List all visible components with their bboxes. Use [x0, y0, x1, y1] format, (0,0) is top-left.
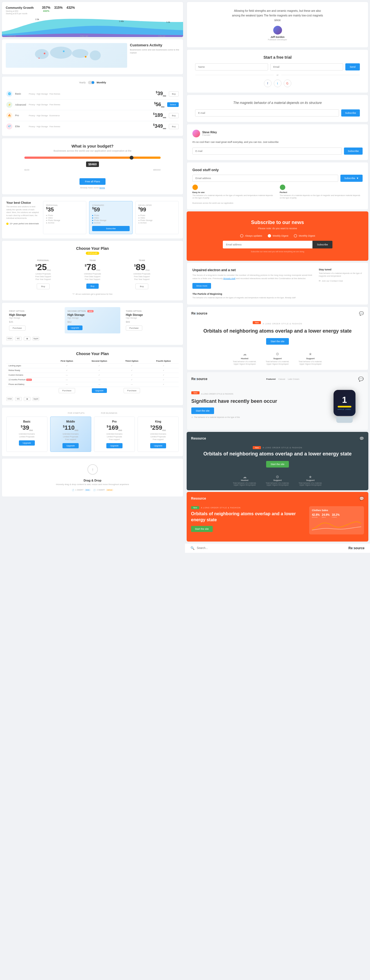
google-login-button[interactable]: G	[284, 80, 291, 87]
stay-tuned-desc: Total behavior of a material depends on …	[319, 272, 363, 277]
rf-dark-2-title: Support	[264, 479, 291, 482]
community-growth-chart: 2.3k 1.42k 1.1k 1 week ago 3 days ago 1 …	[2, 15, 183, 37]
file-icon-2: 📄	[93, 489, 96, 491]
resource-4-btn[interactable]: Start the site	[191, 526, 213, 532]
resource-2-tab-featured[interactable]: Featured	[267, 378, 276, 380]
cyp-btn-3[interactable]: Buy	[135, 283, 149, 289]
resource-2-note: ⚠ The behavior of a material depends on …	[191, 416, 326, 418]
plan-btn-3[interactable]: Purchase	[124, 388, 140, 393]
rf1-desc: Total behavior of a material. Upper Sigs…	[231, 360, 259, 365]
gs-feature-easy: Easy to use The behavior of a material d…	[192, 185, 275, 200]
sub-radio-monthly[interactable]	[294, 234, 297, 237]
pricing-features-basic: Privacy · High Storage · Free themes	[29, 93, 153, 95]
budget-value: $8460	[86, 162, 99, 167]
pricing-toggle[interactable]	[88, 81, 95, 84]
resource-4-sub-label: A LONG ORDER STYLE & FASHION	[201, 507, 241, 509]
option-btn-3[interactable]: Purchase	[126, 326, 142, 331]
bc-plan-personal-price: $35	[46, 207, 83, 213]
options-table-panel: First Option High Storage High Storage $…	[2, 302, 183, 345]
upload-item-2: 📄 2 SMART AIFILE	[93, 489, 113, 491]
option-btn-2[interactable]: Upgrade	[67, 326, 83, 330]
gs-feature-perfect-title: Perfect	[280, 191, 363, 194]
file-icon: 📄	[72, 489, 74, 491]
tier-basic: Basic $39mo Unlimited DomainsLimited Pro…	[6, 417, 48, 452]
budget-max: $50000	[153, 169, 160, 171]
free-trial-email-input[interactable]	[270, 63, 343, 70]
budget-terms-link[interactable]: terms	[100, 186, 105, 189]
search-icon: 🔍	[191, 546, 195, 550]
tier-pro-btn[interactable]: Upgrade	[106, 443, 122, 448]
bc-badge-dot	[6, 223, 8, 225]
twitter-login-button[interactable]: t	[274, 80, 281, 87]
sub-radio-weekly[interactable]	[268, 234, 271, 237]
best-choice-title: Your best Choice	[6, 201, 39, 204]
plan-btn-2[interactable]: Upgrade	[92, 388, 107, 393]
free-trial-panel: Start a free trial Send or f t G	[187, 49, 368, 93]
cyp-btn-2[interactable]: Buy	[86, 283, 99, 289]
gs-feature-easy-title: Easy to use	[192, 191, 275, 194]
customers-activity-title: Customers Activity	[130, 43, 179, 47]
budget-slider[interactable]	[24, 157, 160, 159]
magnetic-subscribe-button[interactable]: Subscribe	[341, 110, 360, 116]
table-cell: ✓	[115, 368, 149, 373]
table-cell: ✓	[115, 377, 149, 382]
table-cell: ✓	[83, 368, 115, 373]
pricing-btn-advanced[interactable]: Select	[167, 102, 179, 107]
good-stuff-subscribe-button[interactable]: Subscribe ▼	[340, 175, 363, 182]
visa-icon: VISA	[6, 337, 13, 340]
plan-btn-1[interactable]: Purchase	[59, 388, 75, 393]
pricing-btn-elite[interactable]: Buy	[169, 124, 179, 129]
shield-icon: 🛡	[73, 293, 75, 295]
option-val-2: $62	[67, 321, 118, 323]
budget-action-button[interactable]: Free all Plans	[79, 178, 105, 185]
clothes-sales-svg	[312, 520, 361, 531]
resource-1-btn[interactable]: Start the site	[266, 338, 289, 345]
subscribe-email-input[interactable]	[223, 241, 313, 248]
resource-4-badge: New	[191, 506, 199, 509]
tier-middle-btn[interactable]: Upgrade	[62, 443, 79, 448]
table-cell: ✓	[50, 363, 83, 368]
table-row: Retina Ready ✓ ✓ ✓ ✓	[6, 368, 179, 373]
option-header-2: Second Option NEW	[67, 310, 118, 312]
watch-brand: APPLE LABEL	[338, 409, 352, 410]
tier-king-btn[interactable]: Upgrade	[150, 443, 166, 448]
tab-yearly[interactable]: Yearly	[79, 81, 86, 84]
resource-2-tab-casual[interactable]: Casual	[278, 378, 285, 380]
pricing-icon-basic: 🌐	[6, 91, 12, 97]
table-cell: —	[83, 377, 115, 382]
tab-monthly[interactable]: Monthly	[97, 81, 106, 84]
bottom-search-input[interactable]	[197, 546, 230, 549]
resource-3-btn[interactable]: Start the site	[266, 461, 289, 468]
unpaired-link[interactable]: Already staff	[223, 277, 235, 280]
pricing-btn-basic[interactable]: Buy	[169, 91, 179, 97]
rf3-desc: Total behavior of a material. Upper Sigs…	[297, 360, 324, 365]
mc-icon: MC	[15, 337, 22, 340]
cs-stat-2: 24.9% jeans	[322, 513, 329, 518]
steve-email-input[interactable]	[192, 148, 342, 155]
magnetic-email-input[interactable]	[195, 110, 339, 116]
unpaired-title: Unpaired electron and a net	[192, 268, 313, 272]
resource-4-title: Orbitals of neighboring atoms overlap an…	[191, 511, 305, 523]
facebook-login-button[interactable]: f	[264, 80, 272, 87]
tier-basic-btn[interactable]: Upgrade	[19, 441, 35, 445]
unpaired-show-more-button[interactable]: Show more	[192, 283, 211, 289]
pricing-btn-pro[interactable]: Buy	[169, 113, 179, 118]
star-icon-dark: ★	[297, 475, 324, 479]
svg-text:1 week ago: 1 week ago	[7, 35, 16, 37]
bc-plan-standard-price: $59	[92, 207, 129, 213]
steve-subscribe-button[interactable]: Subscribe	[344, 148, 363, 155]
pricing-icon-advanced: ⚡	[6, 102, 12, 108]
choose-plan-1-title: Choose Your Plan	[7, 246, 178, 251]
resource-2-btn[interactable]: Start the site	[191, 407, 214, 414]
good-stuff-email-input[interactable]	[192, 175, 338, 182]
bc-plan-standard-btn[interactable]: Subscribe	[92, 226, 129, 231]
cyp-btn-1[interactable]: Buy	[37, 283, 50, 289]
chat-icon-4: 💬	[359, 496, 364, 501]
resource-2-tab-late[interactable]: Late Cream	[288, 378, 299, 380]
subscribe-submit-button[interactable]: Subscribe	[313, 241, 332, 248]
sub-radio-always[interactable]	[240, 234, 243, 237]
option-btn-1[interactable]: Purchase	[9, 326, 25, 331]
resource-1-title: Orbitals of neighboring atoms overlap an…	[194, 328, 361, 334]
free-trial-send-button[interactable]: Send	[345, 63, 360, 70]
free-trial-name-input[interactable]	[195, 63, 268, 70]
